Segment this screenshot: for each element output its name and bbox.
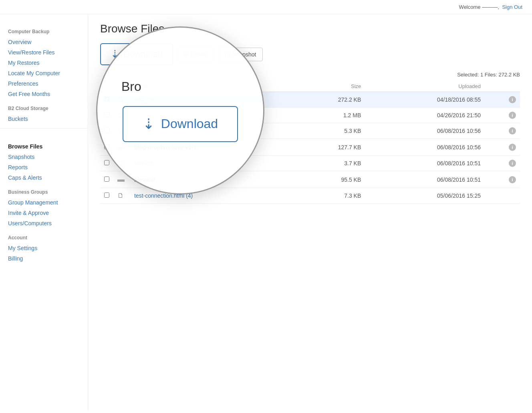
sidebar-section-label-3: Business Groups: [0, 183, 88, 197]
username-text: ———: [482, 4, 498, 10]
sidebar-item-overview[interactable]: Overview: [0, 37, 88, 47]
table-row: 🗋test-connection.html (4)7.3 KB05/06/201…: [100, 188, 520, 204]
file-uploaded: 04/18/2016 08:55: [365, 92, 485, 108]
folder-name[interactable]: filevault: [134, 176, 155, 183]
file-uploaded: 05/06/2016 15:25: [365, 188, 485, 204]
toolbar: ⇣ Download ⊖ Delete ◫ Snapshot: [100, 43, 520, 65]
download-label: Download: [123, 49, 163, 60]
table-row: 🗋IMG_04...jpg1.2 MB04/26/2016 21:50i: [100, 108, 520, 123]
sidebar-section-label-b2-sub: [0, 132, 88, 141]
page-title: Browse Files: [100, 22, 520, 35]
sidebar-section-label-0: Computer Backup: [0, 22, 88, 37]
info-icon[interactable]: i: [509, 112, 516, 119]
sidebar-item-caps-alerts[interactable]: Caps & Alerts: [0, 172, 88, 183]
file-name[interactable]: filevault: [134, 160, 153, 166]
table-row: ▬filevault95.5 KB06/08/2016 10:51i: [100, 171, 520, 188]
snapshot-icon: ◫: [225, 51, 230, 58]
top-bar: Welcome ———, Sign Out: [0, 0, 532, 14]
row-checkbox-1[interactable]: [104, 112, 109, 117]
table-row: 🗋filevault3.7 KB06/08/2016 10:51i: [100, 156, 520, 171]
sidebar-item-group-management[interactable]: Group Management: [0, 197, 88, 208]
file-name[interactable]: blog-dropbox-love-v1-1: [134, 128, 192, 134]
file-size: 1.2 MB: [293, 108, 365, 123]
info-icon[interactable]: i: [509, 127, 516, 134]
file-name[interactable]: IMG_04...jpg: [134, 112, 166, 118]
sidebar-item-snapshots[interactable]: Snapshots: [0, 152, 88, 162]
sidebar: Computer BackupOverviewView/Restore File…: [0, 14, 88, 411]
row-checkbox-4[interactable]: [104, 160, 109, 165]
sidebar-item-buckets[interactable]: Buckets: [0, 114, 88, 124]
file-size: 127.7 KB: [293, 139, 365, 156]
sidebar-item-view-restore[interactable]: View/Restore Files: [0, 47, 88, 58]
info-icon[interactable]: i: [509, 160, 516, 167]
sidebar-item-invite-approve[interactable]: Invite & Approve: [0, 208, 88, 218]
sidebar-item-get-free-months[interactable]: Get Free Months: [0, 89, 88, 99]
sidebar-item-preferences[interactable]: Preferences: [0, 78, 88, 89]
sidebar-section-label-4: Account: [0, 229, 88, 243]
snapshot-button[interactable]: ◫ Snapshot: [218, 48, 263, 61]
file-icon: 🗋: [117, 96, 124, 103]
file-uploaded: 04/26/2016 21:50: [365, 108, 485, 123]
file-name[interactable]: IMG_04...: [134, 96, 159, 103]
folder-icon: ▬: [117, 175, 125, 183]
info-icon[interactable]: i: [509, 176, 516, 183]
info-icon[interactable]: i: [509, 144, 516, 151]
sidebar-item-my-settings[interactable]: My Settings: [0, 243, 88, 253]
file-uploaded: 06/08/2016 10:56: [365, 139, 485, 156]
main-content: Browse Files ⇣ Download ⊖ Delete ◫ Snaps…: [88, 14, 532, 411]
selected-info: Selected: 1 Files: 272.2 KB: [100, 72, 520, 78]
file-icon: 🗋: [117, 112, 124, 118]
file-size: 3.7 KB: [293, 156, 365, 171]
sidebar-item-billing[interactable]: Billing: [0, 253, 88, 264]
sidebar-item-reports[interactable]: Reports: [0, 162, 88, 172]
sidebar-item-users-computers[interactable]: Users/Computers: [0, 218, 88, 229]
file-size: 272.2 KB: [293, 92, 365, 108]
sidebar-item-my-restores[interactable]: My Restores: [0, 58, 88, 68]
file-size: 5.3 KB: [293, 123, 365, 139]
file-size: 7.3 KB: [293, 188, 365, 204]
file-icon: 🗋: [117, 160, 124, 166]
folder-name[interactable]: blog-dropbox-love-v1-1: [134, 144, 197, 150]
info-icon[interactable]: i: [509, 96, 516, 103]
folder-icon: ▬: [117, 143, 125, 151]
delete-button[interactable]: ⊖ Delete: [177, 48, 214, 61]
file-name[interactable]: test-connection.html (4): [134, 192, 193, 199]
table-row: 🗋blog-dropbox-love-v1-15.3 KB06/08/2016 …: [100, 123, 520, 139]
download-button[interactable]: ⇣ Download: [100, 43, 173, 65]
file-table: Name Size Uploaded 🗋IMG_04...272.2 KB04/…: [100, 81, 520, 204]
table-row: 🗋IMG_04...272.2 KB04/18/2016 08:55i: [100, 92, 520, 108]
file-icon: 🗋: [117, 127, 124, 134]
table-row: ▬blog-dropbox-love-v1-1127.7 KB06/08/201…: [100, 139, 520, 156]
file-uploaded: 06/08/2016 10:56: [365, 123, 485, 139]
sidebar-section-label-1: B2 Cloud Storage: [0, 99, 88, 114]
sign-out-link[interactable]: Sign Out: [502, 4, 522, 10]
delete-icon: ⊖: [184, 51, 189, 58]
file-uploaded: 06/08/2016 10:51: [365, 156, 485, 171]
sidebar-item-browse-files[interactable]: Browse Files: [0, 141, 88, 152]
snapshot-label: Snapshot: [232, 51, 256, 58]
row-checkbox-2[interactable]: [104, 128, 109, 133]
download-icon: ⇣: [111, 48, 119, 60]
delete-label: Delete: [191, 51, 207, 58]
layout: Computer BackupOverviewView/Restore File…: [0, 14, 532, 411]
file-uploaded: 06/08/2016 10:51: [365, 171, 485, 188]
row-checkbox-6[interactable]: [104, 192, 109, 198]
welcome-text: Welcome: [459, 4, 481, 10]
row-checkbox-0[interactable]: [104, 96, 109, 102]
sidebar-item-locate-computer[interactable]: Locate My Computer: [0, 68, 88, 78]
file-size: 95.5 KB: [293, 171, 365, 188]
row-checkbox-5[interactable]: [104, 176, 109, 182]
row-checkbox-3[interactable]: [104, 144, 109, 149]
file-icon: 🗋: [117, 192, 124, 199]
